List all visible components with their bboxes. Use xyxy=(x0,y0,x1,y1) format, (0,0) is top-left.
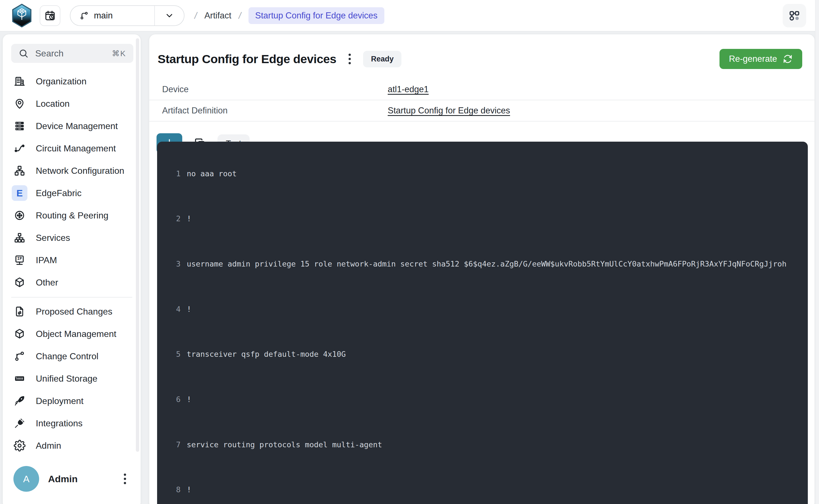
code-line: 8 ! xyxy=(157,484,808,495)
map-pin-icon xyxy=(12,96,27,111)
branch-selector[interactable]: main xyxy=(70,5,184,26)
refresh-icon xyxy=(783,54,793,64)
sidebar-item-ipam[interactable]: IP IPAM xyxy=(3,249,141,271)
code-line-text: transceiver qsfp default-mode 4x10G xyxy=(187,349,346,360)
code-line: 6 ! xyxy=(157,394,808,405)
page-title: Startup Config for Edge devices xyxy=(158,52,336,66)
code-line: 1 no aaa root xyxy=(157,168,808,179)
sidebar-item-deployment[interactable]: Deployment xyxy=(3,390,141,412)
ipam-icon: IP xyxy=(12,252,27,268)
topology-icon xyxy=(788,9,801,22)
search-shortcut: ⌘K xyxy=(112,49,126,58)
network-icon xyxy=(12,163,27,179)
user-row[interactable]: A Admin xyxy=(3,466,141,492)
sidebar-item-change-control[interactable]: Change Control xyxy=(3,345,141,367)
sidebar-item-network-configuration[interactable]: Network Configuration xyxy=(3,160,141,182)
svg-text:IP: IP xyxy=(17,256,22,261)
code-line-number: 7 xyxy=(157,439,180,450)
code-line-text: ! xyxy=(187,394,191,405)
field-label: Artifact Definition xyxy=(149,106,388,116)
main-panel: Startup Config for Edge devices Ready Re… xyxy=(149,34,815,504)
user-menu-kebab-icon[interactable] xyxy=(122,471,128,486)
sidebar-item-proposed-changes[interactable]: Proposed Changes xyxy=(3,300,141,323)
sidebar-nav: Organization Location Device Management … xyxy=(3,70,141,457)
sidebar-item-integrations[interactable]: Integrations xyxy=(3,412,141,434)
building-icon xyxy=(12,73,27,89)
field-value-link[interactable]: atl1-edge1 xyxy=(388,84,429,94)
chevron-down-icon xyxy=(165,11,174,20)
sidebar-item-routing-peering[interactable]: Routing & Peering xyxy=(3,204,141,227)
code-line-number: 2 xyxy=(157,213,180,224)
code-line-text: username admin privilege 15 role network… xyxy=(187,258,787,270)
code-line-number: 4 xyxy=(157,304,180,315)
circuit-icon xyxy=(12,141,27,156)
git-branch-icon xyxy=(79,11,89,20)
sidebar-item-device-management[interactable]: Device Management xyxy=(3,115,141,137)
regenerate-label: Re-generate xyxy=(729,54,777,64)
sidebar-item-edgefabric[interactable]: E EdgeFabric xyxy=(3,182,141,204)
server-icon xyxy=(12,118,27,134)
top-bar: main / Artifact / Startup Config for Edg… xyxy=(0,0,819,32)
sidebar-item-object-management[interactable]: Object Management xyxy=(3,323,141,345)
time-travel-calendar-button[interactable] xyxy=(40,5,60,26)
branch-name: main xyxy=(94,11,113,21)
code-line-number: 6 xyxy=(157,394,180,405)
breadcrumb-separator: / xyxy=(194,10,198,21)
code-line-text: ! xyxy=(187,213,191,224)
code-line-number: 1 xyxy=(157,168,180,179)
code-line-number: 3 xyxy=(157,258,180,270)
sidebar: Search ⌘K Organization Location Device M… xyxy=(2,34,141,504)
branch-selector-value: main xyxy=(70,11,154,21)
code-line-text: ! xyxy=(187,484,191,495)
search-input[interactable]: Search ⌘K xyxy=(11,44,133,63)
search-icon xyxy=(18,48,28,58)
branch-dropdown-caret[interactable] xyxy=(154,5,184,26)
field-value-link[interactable]: Startup Config for Edge devices xyxy=(388,106,510,116)
breadcrumb-separator: / xyxy=(237,10,242,21)
search-placeholder: Search xyxy=(35,48,105,59)
code-line-number: 5 xyxy=(157,349,180,360)
breadcrumb: / Artifact / Startup Config for Edge dev… xyxy=(194,7,384,24)
compass-icon xyxy=(12,208,27,223)
breadcrumb-current[interactable]: Startup Config for Edge devices xyxy=(248,7,384,24)
sidebar-divider xyxy=(11,297,132,298)
rocket-icon xyxy=(12,393,27,409)
config-code-block: 1 no aaa root 2 ! 3 username admin privi… xyxy=(157,142,808,504)
storage-icon xyxy=(12,371,27,386)
breadcrumb-artifact[interactable]: Artifact xyxy=(204,11,231,21)
field-row: Device atl1-edge1 xyxy=(149,79,815,100)
status-badge: Ready xyxy=(363,51,401,67)
field-row: Artifact Definition Startup Config for E… xyxy=(149,100,815,122)
code-line-text: service routing protocols model multi-ag… xyxy=(187,439,382,450)
topology-apps-button[interactable] xyxy=(783,4,806,27)
cube-icon xyxy=(12,326,27,342)
detail-fields: Device atl1-edge1 Artifact Definition St… xyxy=(149,79,815,122)
sidebar-item-admin[interactable]: Admin xyxy=(3,434,141,457)
field-label: Device xyxy=(149,84,388,94)
code-line-text: no aaa root xyxy=(187,168,237,179)
sidebar-item-services[interactable]: Services xyxy=(3,227,141,249)
code-line: 3 username admin privilege 15 role netwo… xyxy=(157,258,808,270)
code-line: 5 transceiver qsfp default-mode 4x10G xyxy=(157,349,808,360)
sidebar-scrollbar[interactable] xyxy=(136,38,139,452)
app-logo-icon[interactable] xyxy=(11,4,32,28)
code-line: 4 ! xyxy=(157,304,808,315)
avatar: A xyxy=(13,466,39,492)
git-branch-icon xyxy=(12,348,27,364)
code-line: 7 service routing protocols model multi-… xyxy=(157,439,808,450)
gear-icon xyxy=(12,438,27,453)
cube-icon xyxy=(12,275,27,290)
sidebar-item-other[interactable]: Other xyxy=(3,271,141,294)
code-line-number: 8 xyxy=(157,484,180,495)
app-root: main / Artifact / Startup Config for Edg… xyxy=(0,0,819,504)
sidebar-item-organization[interactable]: Organization xyxy=(3,70,141,92)
regenerate-button[interactable]: Re-generate xyxy=(720,49,802,69)
page-scrollbar[interactable] xyxy=(815,0,819,504)
edgefabric-badge-icon: E xyxy=(12,185,27,201)
title-kebab-icon[interactable] xyxy=(346,51,353,66)
plug-icon xyxy=(12,415,27,431)
sidebar-item-unified-storage[interactable]: Unified Storage xyxy=(3,367,141,390)
sidebar-item-circuit-management[interactable]: Circuit Management xyxy=(3,137,141,160)
hierarchy-icon xyxy=(12,230,27,246)
sidebar-item-location[interactable]: Location xyxy=(3,92,141,115)
